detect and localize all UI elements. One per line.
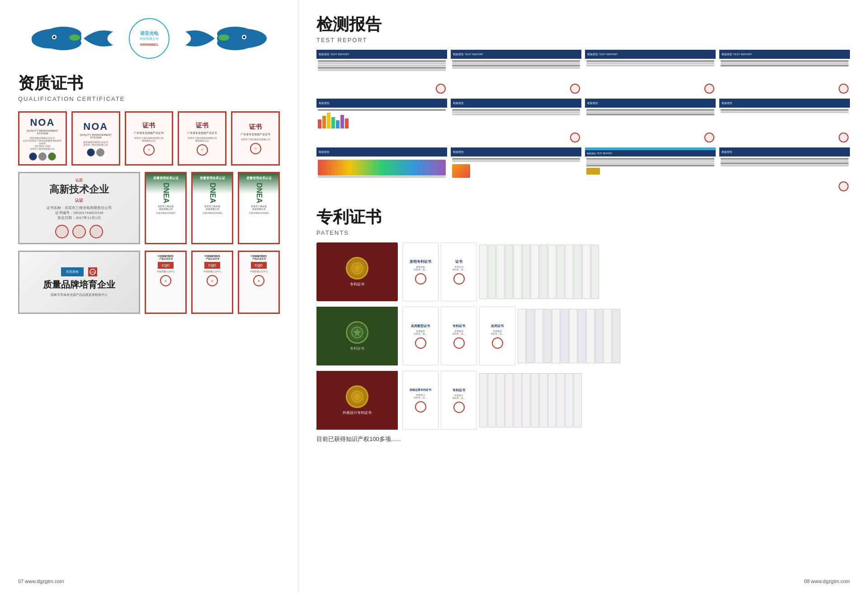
cqc-body-2: 中国质量认证中心: [203, 270, 222, 273]
patent-right-row-1: 发明专利证书 发明名称专利号：ZL... 证书 专利证书专利号：ZL...: [402, 242, 850, 301]
cert-cn-body-1: 东莞市三维光电科技有限公司获得相关认证: [134, 137, 164, 142]
dnea-body-3: 东莞市三维光电科技有限公司: [251, 205, 267, 210]
certs-row-1: NOA QUALITY MANAGEMENT SYSTEM 诺亚智能光电商认证证…: [18, 111, 280, 166]
noa-icons-2: [87, 148, 104, 157]
cert-cn-body-2: 东莞市三维光电科技有限公司获得相关认证: [188, 137, 217, 142]
patent-design-2: 专利证书 外观设计专利号：ZL...: [441, 371, 477, 430]
report-strip-12: 检验报告: [719, 147, 850, 157]
logo-area: 诺亚光电 科技有限公司 400068821: [18, 18, 280, 59]
cqc-logo-1: CQC: [158, 262, 174, 269]
patent-util-body-1: 实用新型专利号：ZL...: [414, 330, 427, 335]
report-body-10: [451, 157, 581, 193]
patent-row-1: 专利证书 发明专利证书 发明名称专利号：ZL... 证书 专利证书专利号：ZL.…: [316, 242, 850, 301]
patent-inv-seal-2: [453, 273, 465, 285]
cert-dnea-1: 质量管理体系认证 DNEA 东莞市三维光电科技有限公司 CNGTM0012345…: [145, 172, 187, 244]
noa-body-1: 诺亚智能光电商认证证书此证书证明以下单位的质量管理体系符合标准ISO 9001:…: [22, 137, 63, 150]
report-card-11: 检验报告 TEST REPORT: [585, 147, 716, 193]
section-test-report: 检测报告 TEST REPORT: [316, 14, 850, 43]
report-strip-5: 检验报告: [316, 99, 447, 108]
spectrum-chart: [318, 160, 446, 176]
brand-circle-logo: 诺亚光电 科技有限公司 400068821: [129, 18, 170, 59]
patents-note: 目前已获得知识产权100多项......: [316, 435, 850, 443]
report-seal-7: [704, 133, 714, 142]
patent-green-book: 专利证书: [316, 307, 398, 365]
report-card-1: 检验报告 TEST REPORT: [316, 50, 447, 95]
patent-right-row-3: 持续运营专利证书 外观设计专利号：ZL... 专利证书 外观设计专利号：ZL..…: [402, 371, 850, 430]
report-body-12: [719, 157, 850, 193]
report-strip-9: 检验报告: [316, 147, 447, 157]
left-page: 诺亚光电 科技有限公司 400068821 资质证书 QUALIFICATION…: [0, 0, 298, 593]
report-seal-3: [704, 84, 714, 94]
patent-utility-2: 专利证书 实用新型专利号：ZL...: [441, 307, 477, 365]
patent-book-title-3: 外观设计专利证书: [343, 410, 372, 415]
patent-util-seal-2: [453, 337, 465, 349]
patent-row-2: 专利证书 实用新型证书 实用新型专利号：ZL... 专利证书 实用新型专利号：Z…: [316, 307, 850, 365]
cert-cn-title-3: 证书: [249, 123, 262, 131]
hightech-badge: 认定: [75, 178, 83, 183]
cert-cqc-1: 中国国家强制性产品认证证书 CQC 中国质量认证中心 章: [145, 251, 187, 314]
cqc-seal-1: 章: [160, 275, 171, 286]
report-seal-8: [839, 133, 849, 142]
patent-inv-body-1: 发明名称专利号：ZL...: [414, 266, 427, 271]
noa-body-2: 诺亚智能光电商认证证书东莞市三维光电有限公司: [83, 141, 108, 146]
cert-seal-1: 印: [143, 144, 155, 156]
noa-icon-b: [38, 152, 47, 161]
dnea-title-2: 质量管理体系认证: [200, 176, 225, 180]
section-title-zh: 资质证书: [18, 72, 280, 95]
cert-cn-body-3: 东莞市三维光电科技有限公司: [241, 138, 270, 141]
report-image-row: [452, 164, 580, 178]
report-card-4: 检验报告 TEST REPORT: [719, 50, 850, 95]
logo-fish-right: [179, 20, 269, 57]
patent-util-body-2: 实用新型专利号：ZL...: [452, 330, 466, 335]
patent-utility-3: 实用证书 实用新型专利号：ZL...: [479, 307, 515, 365]
report-card-10: 检验报告: [451, 147, 581, 193]
report-strip-1: 检验报告 TEST REPORT: [316, 50, 447, 59]
report-strip-7: 检验报告: [585, 99, 716, 108]
patent-utility-1: 实用新型证书 实用新型专利号：ZL...: [402, 307, 439, 365]
dnea-code-3: CNGTM001234569: [249, 212, 269, 214]
report-body-11: [585, 157, 716, 193]
cqc-header-2: 中国国家强制性产品认证证书: [204, 255, 220, 260]
report-card-9: 检验报告: [316, 147, 447, 193]
logo-fish-left: [29, 20, 120, 57]
patent-design-body-1: 外观设计专利号：ZL...: [414, 394, 427, 399]
report-title-zh: 检测报告: [316, 14, 850, 36]
report-seal-gold: [586, 168, 600, 175]
reports-grid: 检验报告 TEST REPORT 检验报告 TEST REPORT: [316, 50, 850, 193]
hotline: 400068821: [140, 43, 159, 47]
patent-docs-stack-3: [479, 371, 850, 430]
page-footer-right: 08 www.dgzgtm.com: [804, 579, 850, 584]
cert-cqc-3: 中国国家强制性产品认证证书 CQC 中国质量认证中心 章: [238, 251, 280, 314]
report-seal-4: [839, 84, 849, 94]
report-card-5: 检验报告: [316, 99, 447, 144]
report-seal-1: [436, 84, 446, 94]
cert-cn-title-1: 证书: [142, 122, 155, 130]
noa-icon-e: [96, 148, 104, 157]
patent-design-seal-1: [415, 401, 426, 413]
patent-docs-stack-1: [479, 242, 850, 301]
report-strip-3: 检验报告 TEST REPORT: [585, 50, 716, 59]
cert-seal-3: 印: [250, 143, 261, 154]
patents-section: 专利证书 PATENTS 专利证书 发明专利证书 发明名称专利号：ZL... 证…: [316, 206, 850, 430]
report-seal-12: [839, 181, 849, 191]
right-page: 检测报告 TEST REPORT 检验报告 TEST REPORT 检验报告 T…: [298, 0, 868, 593]
hightech-seals: [55, 225, 103, 238]
report-body-7: [585, 108, 716, 144]
patent-inv-seal-1: [415, 273, 426, 285]
report-seal-6: [570, 133, 580, 142]
report-strip-2: 检验报告 TEST REPORT: [451, 50, 581, 59]
report-header-11: 检验报告 TEST REPORT: [585, 150, 716, 157]
certs-row-3: 东莞质检 GTM 质量品牌培育企业 国家半导体发光源产品品质监督检验中心 中国国…: [18, 251, 280, 314]
section-title-en: QUALIFICATION CERTIFICATE: [18, 95, 280, 102]
patents-title-zh: 专利证书: [316, 206, 850, 228]
report-strip-10: 检验报告: [451, 147, 581, 157]
cert-cqc-2: 中国国家强制性产品认证证书 CQC 中国质量认证中心 章: [191, 251, 233, 314]
patent-row-3: 外观设计专利证书 持续运营专利证书 外观设计专利号：ZL... 专利证书 外观设…: [316, 371, 850, 430]
seal-1: [55, 225, 69, 238]
svg-point-7: [53, 36, 55, 38]
report-body-2: [451, 59, 581, 95]
cert-hightech: 认定 高新技术企业 认证 证书名称：东莞市三维光电有限责任公司证书编号：GR20…: [18, 172, 140, 244]
report-seal-2: [570, 84, 580, 94]
page-footer-left: 07 www.dgzgtm.com: [18, 579, 64, 584]
report-body-3: [585, 59, 716, 95]
